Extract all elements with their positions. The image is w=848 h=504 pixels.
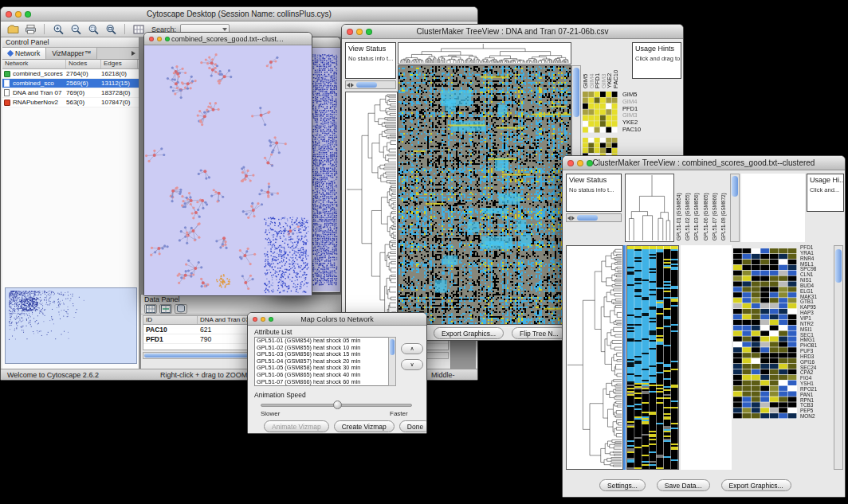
scroll-thumb[interactable] (356, 82, 377, 88)
minimize-icon[interactable] (15, 11, 22, 18)
column-header[interactable]: Edges (101, 60, 138, 68)
settings-button[interactable]: Settings... (599, 479, 646, 491)
animation-speed-slider[interactable] (261, 404, 412, 407)
mini-heatmap[interactable] (583, 92, 618, 133)
desktop: Cytoscape Desktop (Session Name: collins… (0, 0, 848, 504)
minimize-icon[interactable] (261, 317, 265, 322)
heatmap-gap (681, 245, 732, 470)
zoom-in-icon[interactable] (50, 22, 66, 36)
zoom-fit-icon[interactable] (103, 22, 119, 36)
flip-tree-n-button[interactable]: Flip Tree N... (512, 327, 567, 339)
treeview-combined-window[interactable]: ClusterMaker TreeView : combined_scores_… (562, 155, 846, 498)
view-status-panel: View Status No status info t... (566, 174, 622, 212)
export-graphics-button[interactable]: Export Graphics... (434, 327, 504, 339)
scroll-left-icon[interactable] (347, 83, 350, 88)
network-list-row[interactable]: combined_scores2764(0)16218(0) (2, 69, 139, 79)
scroll-right-icon[interactable] (351, 83, 354, 88)
heatmap[interactable] (398, 65, 571, 325)
select-attributes-icon[interactable] (144, 304, 157, 314)
open-session-icon[interactable] (5, 22, 21, 36)
network-table-header: Network Nodes Edges (2, 60, 139, 69)
toolbar-separator (44, 24, 45, 34)
tab-vizmapper[interactable]: VizMapper™ (46, 48, 97, 59)
done-button[interactable]: Done (399, 420, 426, 432)
status-hint-2: Middle- (431, 371, 455, 379)
network-list-row[interactable]: combined_sco2569(6)13112(15) (2, 79, 139, 88)
tab-overflow-icon[interactable] (128, 48, 139, 59)
main-titlebar[interactable]: Cytoscape Desktop (Session Name: collins… (1, 7, 477, 21)
minimize-icon[interactable] (356, 29, 363, 35)
column-header[interactable]: Network (2, 60, 66, 68)
gene-vscrollbar[interactable] (834, 245, 843, 470)
label-vscrollbar[interactable] (730, 174, 740, 242)
network-view[interactable] (144, 45, 312, 295)
close-icon[interactable] (347, 29, 353, 35)
scroll-thumb[interactable] (573, 68, 579, 117)
network-list-row[interactable]: DNA and Tran 07769(0)183728(0) (2, 88, 139, 98)
column-labels: GPL51-01 (GSM854)GPL51-02 (GSM855)GPL51-… (674, 174, 728, 240)
minimize-icon[interactable] (157, 37, 162, 41)
attribute-list[interactable]: GPL51-01 (GSM854) heat shock 05 minGPL51… (254, 337, 396, 386)
create-attribute-icon[interactable] (159, 304, 172, 314)
maximize-icon[interactable] (587, 160, 593, 166)
attribute-item[interactable]: GPL51-07 (GSM866) heat shock 60 min (257, 379, 395, 386)
network-view-titlebar[interactable]: combined_scores_good.txt--cluste... (144, 33, 312, 45)
move-down-button[interactable]: ∨ (401, 359, 423, 370)
dialog-buttons: Animate VizmapCreate VizmapDone (264, 420, 426, 432)
scroll-right-icon[interactable] (571, 216, 575, 221)
view-status-scrollbar[interactable] (345, 80, 396, 89)
zoom-out-icon[interactable] (68, 22, 84, 36)
row-dendrogram[interactable] (566, 245, 623, 470)
close-icon[interactable] (6, 11, 12, 18)
treeview-combined-titlebar[interactable]: ClusterMaker TreeView : combined_scores_… (563, 156, 845, 170)
maximize-icon[interactable] (25, 11, 31, 18)
move-up-button[interactable]: ∧ (401, 343, 423, 354)
attribute-batch-icon[interactable] (175, 304, 187, 314)
view-status-scrollbar[interactable] (566, 213, 622, 222)
slower-label: Slower (261, 410, 280, 417)
usage-hints-panel: Usage Hints Click and drag to... (632, 42, 681, 79)
import-icon[interactable] (22, 22, 38, 36)
zoom-selected-icon[interactable] (85, 22, 101, 36)
network-overview[interactable] (5, 287, 137, 364)
scroll-thumb[interactable] (144, 354, 256, 357)
attribute-list-vscrollbar[interactable] (388, 337, 396, 386)
view-status-text: No status info t... (348, 55, 393, 62)
close-icon[interactable] (149, 37, 154, 41)
treeview-dna-titlebar[interactable]: ClusterMaker TreeView : DNA and Tran 07-… (342, 25, 683, 39)
scroll-thumb[interactable] (577, 215, 598, 221)
column-dendrogram[interactable] (398, 42, 571, 64)
create-vizmap-button[interactable]: Create Vizmap (334, 420, 395, 432)
scroll-thumb[interactable] (835, 249, 842, 283)
export-graphics-button[interactable]: Export Graphics... (721, 479, 791, 491)
view-status-title: View Status (348, 45, 393, 53)
column-label: GPL51-06 (GSM865) (701, 174, 710, 240)
tab-network[interactable]: Network (2, 48, 46, 59)
maximize-icon[interactable] (366, 29, 372, 35)
column-header[interactable]: Nodes (66, 60, 101, 68)
scroll-left-icon[interactable] (567, 216, 571, 221)
save-data-button[interactable]: Save Data... (657, 479, 710, 491)
animate-vizmap-button[interactable]: Animate Vizmap (264, 420, 329, 432)
close-icon[interactable] (253, 317, 257, 322)
column-labels: GIM5GIM4PFD1GIM3YKE2PAC10 (583, 42, 619, 88)
dialog-titlebar[interactable]: Map Colors to Network (248, 313, 426, 326)
maximize-icon[interactable] (165, 37, 170, 41)
row-dendrogram[interactable] (345, 92, 398, 326)
minimize-icon[interactable] (577, 160, 583, 166)
column-dendrogram[interactable] (625, 174, 674, 242)
control-panel-header: Control Panel (2, 37, 139, 48)
column-header[interactable]: ID (143, 316, 198, 324)
network-view-window[interactable]: combined_scores_good.txt--cluste... (143, 32, 312, 296)
zoom-heatmap[interactable] (733, 248, 797, 419)
map-colors-dialog[interactable]: Map Colors to Network Attribute List GPL… (247, 312, 427, 434)
usage-hints-title: Usage Hi... (810, 176, 841, 184)
scroll-thumb[interactable] (390, 339, 395, 355)
column-label: GPL51-08 (GSM872) (719, 174, 728, 240)
slider-thumb[interactable] (333, 400, 342, 409)
close-icon[interactable] (567, 160, 574, 166)
global-heatmap[interactable] (626, 245, 679, 470)
maximize-icon[interactable] (269, 317, 273, 322)
scroll-thumb[interactable] (732, 176, 738, 197)
network-list-row[interactable]: RNAPuberNov2563(0)107847(0) (2, 98, 139, 107)
